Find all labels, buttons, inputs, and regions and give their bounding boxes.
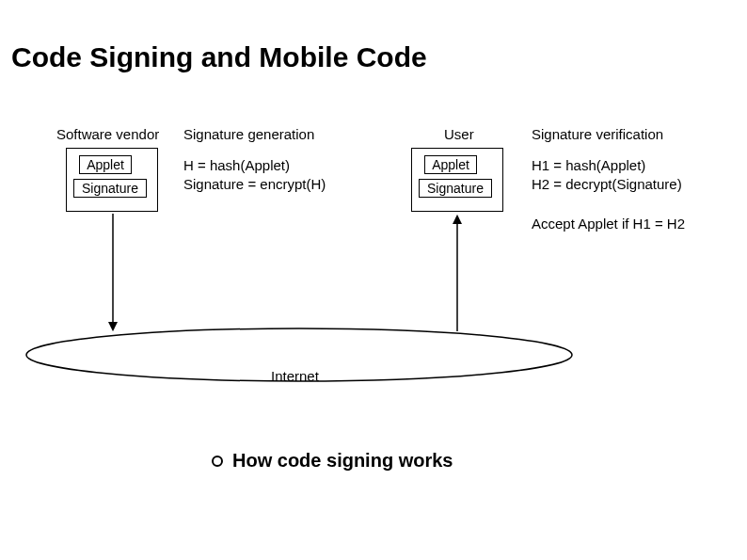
vendor-label: Software vendor	[56, 126, 159, 142]
slide: Code Signing and Mobile Code Software ve…	[0, 0, 747, 560]
vendor-applet: Applet	[79, 155, 132, 174]
user-applet: Applet	[424, 155, 477, 174]
siggen-eq2: Signature = encrypt(H)	[183, 175, 326, 194]
bullet-icon	[212, 456, 223, 467]
sigver-eq1: H1 = hash(Applet)	[532, 156, 645, 175]
sigver-accept: Accept Applet if H1 = H2	[532, 215, 685, 233]
siggen-label: Signature generation	[183, 126, 314, 142]
caption-row: How code signing works	[212, 450, 453, 472]
sigver-eq2: H2 = decrypt(Signature)	[532, 175, 682, 194]
slide-title: Code Signing and Mobile Code	[11, 41, 427, 73]
siggen-eq1: H = hash(Applet)	[183, 156, 290, 175]
user-signature: Signature	[419, 179, 492, 198]
internet-label: Internet	[271, 368, 319, 384]
user-label: User	[444, 126, 474, 142]
caption-text: How code signing works	[232, 450, 453, 472]
vendor-signature: Signature	[73, 179, 147, 198]
diagram-overlay	[0, 0, 747, 560]
sigver-label: Signature verification	[532, 126, 663, 142]
